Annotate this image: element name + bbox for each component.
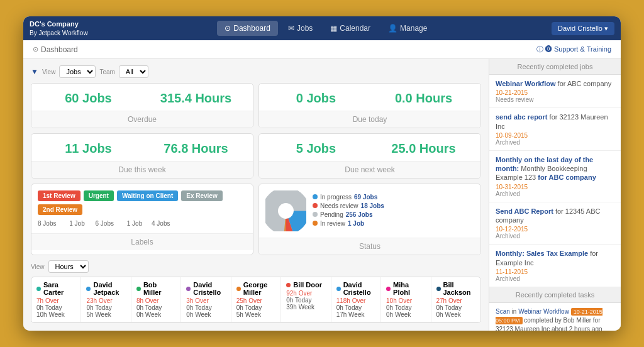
employee-today: 0h Today xyxy=(136,304,175,311)
employee-over: 7h Over xyxy=(36,297,75,304)
sub-nav: ⊙ Dashboard ⓘ ⓿ Support & Training xyxy=(23,40,621,59)
due-next-week-values: 5 Jobs 25.0 Hours xyxy=(259,134,480,161)
nav-center: ⊙ Dashboard ✉ Jobs ▦ Calendar 👤 Manage xyxy=(101,21,552,36)
nav-dashboard[interactable]: ⊙ Dashboard xyxy=(217,21,278,36)
label-urgent[interactable]: Urgent xyxy=(84,190,114,201)
filter-icon: ▼ xyxy=(31,67,38,76)
job-item-1[interactable]: Webinar Workflow for ABC company 10-21-2… xyxy=(489,75,621,108)
job-item-3[interactable]: Monthly on the last day of the month: Mo… xyxy=(489,151,621,202)
employee-name: David Jetpack xyxy=(86,281,125,296)
job-item-5[interactable]: Monthly: Sales Tax Example for Example I… xyxy=(489,245,621,287)
job-4-status: Archived xyxy=(496,233,614,240)
employee-dot xyxy=(136,287,141,291)
job-4-title: Send ABC Report for 12345 ABC company xyxy=(496,207,614,225)
manage-icon: 👤 xyxy=(388,24,397,33)
employee-dot xyxy=(186,287,191,291)
brand: DC's Company By Jetpack Workflow xyxy=(30,19,88,36)
due-today-hours: 0.0 Hours xyxy=(373,91,474,106)
labels-footer: Labels xyxy=(31,233,253,250)
hours-table-row: Sara Carter 7h Over 0h Today 10h Week Da… xyxy=(31,277,480,322)
breadcrumb-label: Dashboard xyxy=(41,45,78,54)
job-1-title: Webinar Workflow for ABC company xyxy=(496,79,614,88)
dashboard-sm-icon: ⊙ xyxy=(33,45,38,53)
job-item-2[interactable]: send abc report for 32123 Maureen Inc 10… xyxy=(489,108,621,151)
jobs-icon: ✉ xyxy=(288,24,294,33)
status-footer: Status xyxy=(259,238,480,255)
nav-right: David Cristello ▾ xyxy=(552,22,614,35)
due-today-values: 0 Jobs 0.0 Hours xyxy=(259,84,480,111)
hours-view-label: View xyxy=(31,263,45,270)
label-2nd-review[interactable]: 2nd Review xyxy=(38,204,82,215)
in-review-count: 1 Job xyxy=(348,220,364,227)
employee-col: David Cristello 118h Over 0h Today 17h W… xyxy=(331,277,381,322)
hours-table: Sara Carter 7h Over 0h Today 10h Week Da… xyxy=(31,277,481,323)
employee-today: 0h Today xyxy=(386,304,425,311)
dashboard-icon: ⊙ xyxy=(225,24,231,33)
stats-grid: 60 Jobs 315.4 Hours Overdue 0 Jobs xyxy=(31,83,481,179)
label-ex-review[interactable]: Ex Review xyxy=(181,190,222,201)
employee-over: 3h Over xyxy=(186,297,225,304)
job-1-date: 10-21-2015 xyxy=(496,89,614,96)
due-week-label: Due this week xyxy=(31,161,253,178)
employee-week: 10h Week xyxy=(36,311,75,318)
in-review-dot xyxy=(313,221,318,226)
team-filter-label: Team xyxy=(99,69,114,75)
breadcrumb: ⊙ Dashboard xyxy=(33,45,78,54)
status-pie-chart xyxy=(265,190,306,231)
right-panel: Recently completed jobs Webinar Workflow… xyxy=(489,59,621,331)
due-next-week-label: Due next week xyxy=(259,161,480,178)
employee-dot xyxy=(86,287,91,291)
employee-name: Sara Carter xyxy=(36,281,75,296)
task-item-1[interactable]: Scan in Webinar Workflow 10-21-2015 05:0… xyxy=(489,303,621,331)
employee-today: 0h Today xyxy=(36,304,75,311)
labels-content: 1st Review Urgent Waiting on Client Ex R… xyxy=(31,184,253,233)
employee-dot xyxy=(36,287,41,291)
user-menu-button[interactable]: David Cristello ▾ xyxy=(552,22,614,35)
hours-view-select[interactable]: Hours xyxy=(48,260,89,273)
employee-week: 39h Week xyxy=(286,304,325,311)
stat-card-due-next-week: 5 Jobs 25.0 Hours Due next week xyxy=(258,133,481,179)
support-link[interactable]: ⓘ ⓿ Support & Training xyxy=(536,45,611,54)
svg-point-4 xyxy=(280,205,292,218)
label-waiting[interactable]: Waiting on Client xyxy=(117,190,178,201)
employee-over: 118h Over xyxy=(336,297,375,304)
team-filter-select[interactable]: All xyxy=(119,65,148,78)
view-filter-select[interactable]: Jobs xyxy=(59,65,96,78)
employee-week: 0h Week xyxy=(386,311,425,318)
employee-over: 10h Over xyxy=(386,297,425,304)
label-waiting-count: 6 Jobs xyxy=(96,220,114,227)
nav-jobs-label: Jobs xyxy=(297,24,313,33)
job-item-4[interactable]: Send ABC Report for 12345 ABC company 10… xyxy=(489,202,621,245)
due-week-hours-count: 76.8 Hours xyxy=(145,141,247,156)
employee-today: 0h Today xyxy=(436,304,475,311)
recently-completed-jobs-title: Recently completed jobs xyxy=(489,59,621,75)
stat-card-due-week: 11 Jobs 76.8 Hours Due this week xyxy=(31,133,253,179)
label-ex-review-count: 1 Job xyxy=(127,220,142,227)
due-today-hours-count: 0.0 Hours xyxy=(373,91,474,106)
job-2-title: send abc report for 32123 Maureen Inc xyxy=(496,113,614,131)
nav-calendar[interactable]: ▦ Calendar xyxy=(323,21,378,36)
legend-in-progress: In progress 69 Jobs xyxy=(313,194,384,201)
label-1st-review[interactable]: 1st Review xyxy=(38,190,80,201)
due-next-week-hours-count: 25.0 Hours xyxy=(373,141,474,156)
employee-col: Bill Door 92h Over 0h Today 39h Week xyxy=(281,277,331,322)
task-1-text: Scan in Webinar Workflow xyxy=(496,308,571,315)
status-legend: In progress 69 Jobs Needs review 18 Jobs… xyxy=(313,194,384,229)
due-week-jobs: 11 Jobs xyxy=(38,141,139,156)
overdue-hours: 315.4 Hours xyxy=(145,91,247,106)
nav-manage[interactable]: 👤 Manage xyxy=(380,21,435,36)
pending-dot xyxy=(313,212,318,217)
filter-bar: ▼ View Jobs Team All xyxy=(31,65,481,78)
employee-today: 0h Today xyxy=(236,304,275,311)
employee-col: David Jetpack 23h Over 0h Today 5h Week xyxy=(81,277,131,322)
legend-in-review: In review 1 Job xyxy=(313,220,384,227)
label-1st-review-count: 8 Jobs xyxy=(38,220,56,227)
overdue-jobs-count: 60 Jobs xyxy=(38,91,139,106)
nav-jobs[interactable]: ✉ Jobs xyxy=(280,21,320,36)
employee-today: 0h Today xyxy=(86,304,125,311)
recently-completed-tasks-title: Recently completed tasks xyxy=(489,287,621,303)
employee-col: Miha Plohl 10h Over 0h Today 0h Week xyxy=(381,277,431,322)
employee-dot xyxy=(436,287,441,291)
employee-over: 25h Over xyxy=(236,297,275,304)
view-filter-label: View xyxy=(42,69,56,75)
